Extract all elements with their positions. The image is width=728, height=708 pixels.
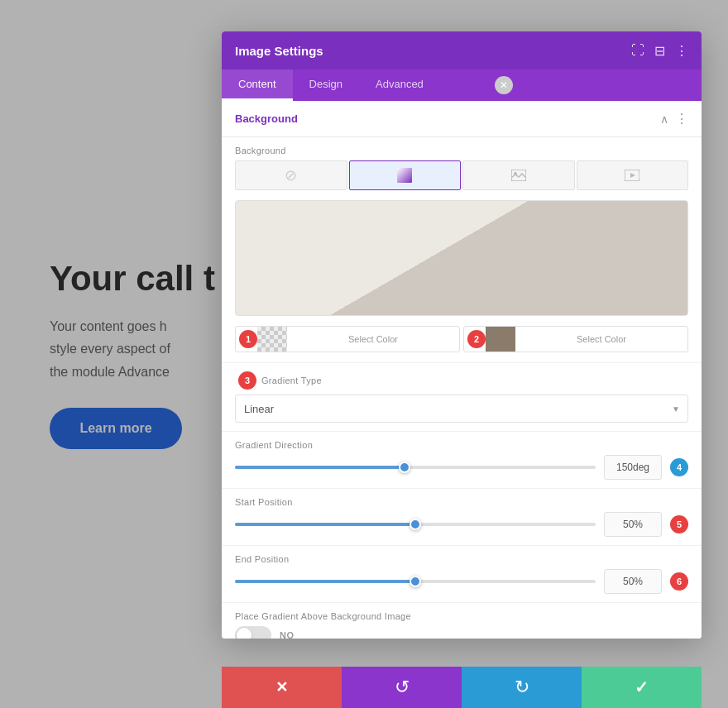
tab-content[interactable]: Content bbox=[222, 69, 293, 101]
toggle-knob bbox=[237, 628, 251, 639]
panel-title: Image Settings bbox=[235, 44, 323, 58]
gradient-direction-row: 150deg 4 bbox=[235, 455, 688, 480]
bg-type-gradient[interactable] bbox=[349, 160, 462, 190]
gradient-direction-value[interactable]: 150deg bbox=[604, 455, 662, 480]
gradient-type-select[interactable]: Linear Radial Conic bbox=[235, 395, 688, 423]
confirm-icon: ✓ bbox=[635, 677, 649, 697]
color-label-2: Select Color bbox=[515, 334, 687, 344]
gradient-direction-label: Gradient Direction bbox=[235, 440, 688, 450]
gradient-direction-thumb[interactable] bbox=[399, 462, 410, 473]
end-position-thumb[interactable] bbox=[410, 576, 421, 587]
background-field-label: Background bbox=[222, 137, 702, 160]
bg-type-none[interactable]: ⊘ bbox=[235, 160, 347, 190]
panel-header: Image Settings ⛶ ⊟ ⋮ bbox=[222, 31, 702, 69]
bg-type-video[interactable] bbox=[577, 160, 689, 190]
color-pickers-row: 1 Select Color 2 Select Color bbox=[222, 326, 702, 362]
start-position-track[interactable] bbox=[235, 523, 596, 526]
toggle-no-label: NO bbox=[280, 630, 295, 639]
section-more-icon[interactable]: ⋮ bbox=[675, 111, 688, 127]
gradient-type-label: Gradient Type bbox=[261, 376, 322, 385]
end-position-row: 50% 6 bbox=[235, 569, 688, 594]
gradient-direction-field: Gradient Direction 150deg 4 bbox=[222, 431, 702, 488]
color-picker-1[interactable]: 1 Select Color bbox=[235, 326, 460, 352]
svg-rect-0 bbox=[397, 168, 412, 183]
action-bar: ✕ ↺ ↻ ✓ bbox=[222, 667, 702, 708]
color-picker-2[interactable]: 2 Select Color bbox=[463, 326, 688, 352]
tab-design[interactable]: Design bbox=[293, 69, 359, 101]
section-collapse-icon[interactable]: ∧ bbox=[660, 112, 668, 126]
gradient-direction-fill bbox=[235, 466, 405, 469]
svg-marker-4 bbox=[630, 173, 635, 178]
end-position-label: End Position bbox=[235, 554, 688, 564]
end-position-fill bbox=[235, 580, 415, 583]
end-position-field: End Position 50% 6 bbox=[222, 545, 702, 602]
cancel-button[interactable]: ✕ bbox=[222, 667, 342, 708]
panel-body: Background ∧ ⋮ Background ⊘ bbox=[222, 101, 702, 639]
place-gradient-toggle[interactable] bbox=[235, 626, 271, 639]
color-swatch-1 bbox=[257, 327, 287, 352]
more-options-icon[interactable]: ⋮ bbox=[675, 43, 688, 59]
redo-button[interactable]: ↻ bbox=[462, 667, 582, 708]
place-gradient-field: Place Gradient Above Background Image NO bbox=[222, 602, 702, 639]
bg-type-selector: ⊘ bbox=[222, 160, 702, 200]
gradient-preview bbox=[235, 200, 688, 316]
start-position-row: 50% 5 bbox=[235, 512, 688, 537]
badge-2: 2 bbox=[467, 330, 486, 348]
badge-5: 5 bbox=[670, 515, 688, 533]
bg-type-image[interactable] bbox=[462, 160, 575, 190]
confirm-button[interactable]: ✓ bbox=[582, 667, 702, 708]
split-view-icon[interactable]: ⊟ bbox=[654, 43, 665, 59]
start-position-label: Start Position bbox=[235, 497, 688, 507]
cancel-icon: ✕ bbox=[275, 678, 288, 696]
end-position-track[interactable] bbox=[235, 580, 596, 583]
gradient-type-section: 3 Gradient Type Linear Radial Conic ▼ bbox=[222, 362, 702, 431]
badge-1: 1 bbox=[239, 330, 257, 348]
place-gradient-label: Place Gradient Above Background Image bbox=[235, 611, 688, 621]
start-position-thumb[interactable] bbox=[410, 519, 421, 530]
start-position-fill bbox=[235, 523, 415, 526]
section-header-icons: ∧ ⋮ bbox=[660, 111, 688, 127]
start-position-value[interactable]: 50% bbox=[604, 512, 662, 537]
gradient-direction-track[interactable] bbox=[235, 466, 596, 469]
panel-tabs: Content Design Advanced bbox=[222, 69, 702, 101]
settings-panel: Image Settings ⛶ ⊟ ⋮ Content Design Adva… bbox=[222, 31, 702, 639]
undo-button[interactable]: ↺ bbox=[342, 667, 462, 708]
badge-6: 6 bbox=[670, 572, 688, 591]
start-position-field: Start Position 50% 5 bbox=[222, 488, 702, 545]
end-position-value[interactable]: 50% bbox=[604, 569, 662, 594]
panel-header-icons: ⛶ ⊟ ⋮ bbox=[631, 43, 688, 59]
toggle-row: NO bbox=[235, 626, 688, 639]
panel-close-x-button[interactable]: ✕ bbox=[495, 76, 513, 94]
fullscreen-icon[interactable]: ⛶ bbox=[631, 43, 644, 58]
color-swatch-2 bbox=[486, 327, 515, 352]
badge-3: 3 bbox=[238, 371, 256, 390]
undo-icon: ↺ bbox=[395, 677, 410, 698]
redo-icon: ↻ bbox=[515, 677, 529, 698]
badge-4: 4 bbox=[670, 458, 688, 476]
gradient-type-select-wrapper: Linear Radial Conic ▼ bbox=[235, 395, 688, 423]
section-header-background: Background ∧ ⋮ bbox=[222, 101, 702, 137]
tab-advanced[interactable]: Advanced bbox=[359, 69, 440, 101]
color-label-1: Select Color bbox=[287, 334, 459, 344]
section-title-background: Background bbox=[235, 112, 298, 125]
